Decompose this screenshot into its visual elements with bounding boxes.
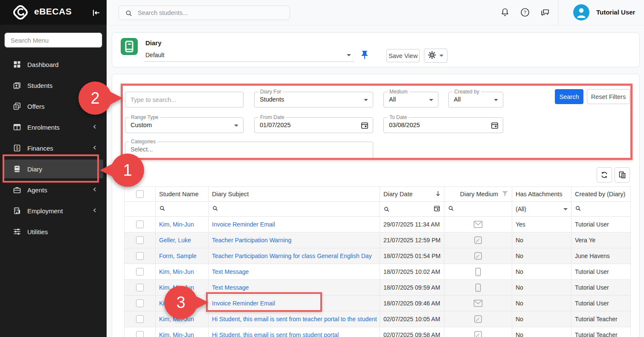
sidebar-item-utilities[interactable]: Utilities bbox=[3, 222, 103, 241]
subject-link[interactable]: Hi Student, this email is sent from teac… bbox=[212, 316, 377, 322]
table-row: Kim, Min-Jun Hi Student, this email is s… bbox=[125, 327, 631, 337]
chat-icon[interactable] bbox=[540, 7, 551, 18]
user-name[interactable]: Tutorial User bbox=[596, 9, 635, 16]
diary-medium-cell bbox=[444, 280, 512, 296]
view-header-card: Diary Default Save View bbox=[112, 32, 640, 67]
subject-link[interactable]: Text Message bbox=[212, 284, 249, 291]
table-row: Geller, Luke Teacher Participation Warni… bbox=[125, 232, 631, 248]
diary-date: 02/07/2025 09:58 AM bbox=[380, 327, 444, 337]
student-search bbox=[119, 6, 290, 20]
diary-date: 18/07/2025 09:59 AM bbox=[380, 280, 444, 296]
sidebar-header: eBECAS bbox=[0, 0, 107, 25]
sidebar-item-dashboard[interactable]: Dashboard bbox=[3, 55, 103, 74]
chevron-down-icon bbox=[439, 55, 444, 57]
diary-medium-cell bbox=[444, 296, 512, 311]
has-attachments: No bbox=[512, 311, 571, 327]
row-checkbox[interactable] bbox=[136, 236, 144, 244]
row-checkbox[interactable] bbox=[136, 284, 144, 291]
subject-link[interactable]: Text Message bbox=[212, 268, 249, 275]
student-link[interactable]: Kim, Min-Jun bbox=[159, 331, 194, 337]
phone-icon bbox=[475, 283, 481, 292]
col-diary-medium[interactable]: Diary Medium bbox=[444, 187, 512, 202]
student-link[interactable]: Form, Sample bbox=[159, 253, 197, 259]
has-attachments: No bbox=[512, 264, 571, 280]
note-icon bbox=[474, 236, 482, 244]
menu-search-input[interactable] bbox=[4, 32, 102, 48]
filter-attachments[interactable]: (All) bbox=[512, 202, 571, 217]
diary-date: 02/07/2025 10:05 AM bbox=[380, 311, 444, 327]
annotation-box-diary-menu bbox=[3, 154, 99, 183]
sidebar-item-label: Finances bbox=[27, 145, 92, 152]
has-attachments: No bbox=[512, 280, 571, 296]
created-by: June Havens bbox=[571, 248, 631, 264]
note-icon bbox=[474, 315, 482, 323]
created-by: Tutorial Teacher bbox=[571, 327, 631, 337]
filter-created-by[interactable] bbox=[571, 202, 631, 217]
col-student-name[interactable]: Student Name bbox=[156, 187, 209, 202]
avatar[interactable] bbox=[573, 4, 589, 20]
col-has-attachments[interactable]: Has Attachments bbox=[512, 187, 571, 202]
col-created-by[interactable]: Created by (Diary) bbox=[571, 187, 631, 202]
row-checkbox[interactable] bbox=[136, 268, 144, 276]
row-checkbox[interactable] bbox=[136, 315, 144, 323]
save-view-button[interactable]: Save View bbox=[386, 49, 420, 62]
row-checkbox[interactable] bbox=[136, 252, 144, 260]
dashboard-icon bbox=[13, 60, 21, 69]
select-all-checkbox[interactable] bbox=[136, 190, 144, 198]
sidebar-item-label: Agents bbox=[27, 186, 92, 194]
created-by: Vera Ye bbox=[571, 232, 631, 248]
notifications-bell-icon[interactable] bbox=[499, 7, 511, 18]
row-checkbox[interactable] bbox=[136, 221, 144, 228]
student-search-input[interactable] bbox=[138, 6, 287, 20]
subject-link[interactable]: Invoice Reminder Email bbox=[212, 221, 275, 228]
row-checkbox[interactable] bbox=[136, 331, 144, 337]
student-link[interactable]: Geller, Luke bbox=[159, 237, 191, 244]
sidebar-collapse-icon[interactable] bbox=[90, 7, 102, 18]
ebecas-logo-icon bbox=[11, 3, 30, 23]
chevron-left-icon bbox=[92, 123, 97, 131]
calendar-icon[interactable] bbox=[433, 205, 441, 214]
student-link[interactable]: Kim, Min-Jun bbox=[159, 221, 194, 228]
svg-text:?: ? bbox=[524, 10, 526, 15]
email-icon bbox=[473, 221, 483, 228]
sidebar-item-enrolments[interactable]: Enrolments bbox=[3, 118, 103, 137]
table-row: Kim, Min-Jun Text Message 18/07/2025 10:… bbox=[125, 264, 631, 280]
filter-student[interactable] bbox=[156, 202, 209, 217]
sidebar-item-employment[interactable]: Employment bbox=[3, 201, 103, 220]
filter-medium[interactable] bbox=[444, 202, 512, 217]
view-selector[interactable]: Default bbox=[144, 49, 354, 62]
chevron-down-icon bbox=[347, 54, 351, 56]
settings-gear-button[interactable] bbox=[424, 49, 447, 63]
diary-date: 21/07/2025 12:59 PM bbox=[380, 232, 444, 248]
has-attachments: No bbox=[512, 327, 571, 337]
has-attachments: No bbox=[512, 296, 571, 311]
col-diary-date[interactable]: Diary Date bbox=[380, 187, 444, 202]
subject-link[interactable]: Hi Student, this email is sent from stud… bbox=[212, 331, 339, 337]
help-icon[interactable]: ? bbox=[519, 7, 531, 18]
diary-medium-cell bbox=[444, 232, 512, 248]
employment-icon bbox=[13, 206, 21, 215]
has-attachments: No bbox=[512, 248, 571, 264]
attachments-filter-value: (All) bbox=[516, 206, 526, 212]
offers-icon bbox=[13, 102, 21, 110]
subject-link[interactable]: Teacher Participation Warning for class … bbox=[212, 253, 372, 259]
subject-link[interactable]: Teacher Participation Warning bbox=[212, 237, 291, 244]
refresh-button[interactable] bbox=[597, 167, 612, 183]
annotation-box-filters bbox=[121, 84, 632, 160]
copy-export-button[interactable] bbox=[615, 167, 630, 183]
diary-date: 18/07/2025 10:02 AM bbox=[380, 264, 444, 280]
callout-3-balloon: 3 bbox=[164, 286, 197, 319]
filter-date[interactable] bbox=[380, 202, 444, 217]
filter-funnel-icon[interactable] bbox=[502, 191, 508, 198]
sidebar-item-agents[interactable]: Agents bbox=[3, 180, 103, 199]
row-checkbox[interactable] bbox=[136, 299, 144, 307]
app-root: eBECAS Dashboard Students bbox=[0, 0, 644, 337]
diary-medium-cell bbox=[444, 327, 512, 337]
created-by: Tutorial User bbox=[571, 217, 631, 232]
diary-medium-cell bbox=[444, 311, 512, 327]
pin-icon[interactable] bbox=[360, 50, 370, 60]
diary-date: 18/07/2025 09:46 AM bbox=[380, 296, 444, 311]
col-diary-subject[interactable]: Diary Subject bbox=[209, 187, 380, 202]
student-link[interactable]: Kim, Min-Jun bbox=[159, 268, 194, 275]
filter-subject[interactable] bbox=[209, 202, 380, 217]
